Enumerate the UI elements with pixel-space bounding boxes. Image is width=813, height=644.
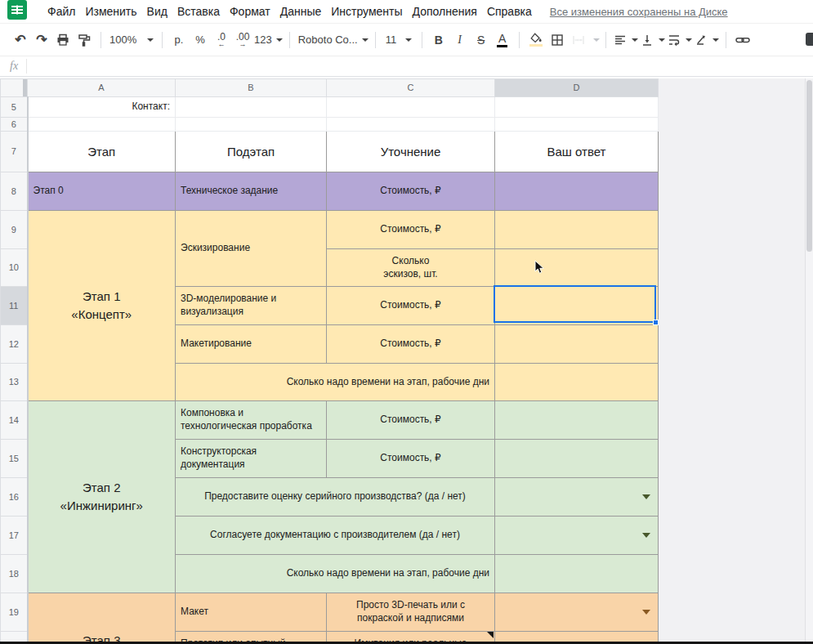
cell-d6[interactable] [495,118,659,132]
zoom-select[interactable]: 100% [108,29,155,51]
cell-d10[interactable] [495,249,659,287]
cell-b15-docs[interactable]: Конструкторская документация [176,440,327,478]
cell-d18[interactable] [495,555,659,593]
cell-d19-dropdown[interactable] [495,593,659,632]
cell-b13-time-question[interactable]: Сколько надо времени на этап, рабочие дн… [176,364,495,401]
cell-a7-header-stage[interactable]: Этап [28,132,176,172]
cell-a5-contact[interactable]: Контакт: [28,97,176,118]
row-header-18[interactable]: 18 [1,555,28,593]
row-header-5[interactable]: 5 [1,97,28,118]
fill-handle[interactable] [653,320,659,325]
font-size-select[interactable]: 11 [382,29,415,51]
validation-dropdown-icon[interactable] [642,533,650,538]
cell-a19-stage3[interactable]: Этап 3 [28,593,176,644]
menu-view[interactable]: Вид [147,5,168,18]
comment-button[interactable] [806,33,813,46]
vertical-align-button[interactable] [640,29,665,51]
cell-c10-sketch-count[interactable]: Сколько эскизов, шт. [327,249,495,287]
cell-d7-header-answer[interactable]: Ваш ответ [495,132,659,172]
validation-dropdown-icon[interactable] [642,610,650,615]
cell-c14-cost[interactable]: Стоимость, ₽ [327,401,495,440]
cell-b12-mocking[interactable]: Макетирование [176,325,327,364]
text-color-button[interactable]: A [493,29,512,51]
cell-b16-serial-question[interactable]: Предоставите оценку серийного производст… [176,478,495,517]
sheets-logo-icon[interactable] [7,0,28,20]
fill-color-button[interactable] [526,29,546,51]
insert-link-button[interactable] [733,29,753,51]
col-header-b[interactable]: B [176,79,327,97]
borders-button[interactable] [547,29,567,51]
merge-cells-button[interactable] [569,29,588,51]
menu-edit[interactable]: Изменить [85,5,136,18]
cell-d16-dropdown[interactable] [495,478,659,517]
save-status-link[interactable]: Все изменения сохранены на Диске [550,6,728,18]
print-button[interactable] [53,29,73,51]
col-header-c[interactable]: C [327,79,495,97]
row-header-19[interactable]: 19 [1,593,28,632]
cell-b19-mock[interactable]: Макет [176,593,327,632]
row-header-6[interactable]: 6 [1,118,28,132]
row-header-13[interactable]: 13 [1,364,28,401]
cell-d12[interactable] [495,325,659,364]
cell-c12-cost[interactable]: Стоимость, ₽ [327,325,495,364]
cell-c11-cost[interactable]: Стоимость, ₽ [327,287,495,325]
cell-b14-layout[interactable]: Компоновка и технологическая проработка [176,401,327,440]
row-header-11-selected[interactable]: 11 [1,287,28,325]
cell-b17-approve-question[interactable]: Согласуете документацию с производителем… [176,517,495,555]
cell-c15-cost[interactable]: Стоимость, ₽ [327,440,495,478]
cell-b5[interactable] [176,97,327,118]
cell-b11-modeling[interactable]: 3D-моделирование и визуализация [176,287,327,325]
cell-b8-tech-task[interactable]: Техническое задание [176,172,327,211]
cell-b6[interactable] [176,118,327,132]
bold-button[interactable]: B [429,29,449,51]
formula-input[interactable] [27,56,813,76]
row-header-12[interactable]: 12 [1,325,28,364]
row-header-10[interactable]: 10 [1,249,28,287]
paint-format-button[interactable] [74,29,94,51]
scrollbar-thumb[interactable] [806,80,812,252]
cell-d15[interactable] [495,440,659,478]
number-format-button[interactable]: 123 [254,29,283,51]
strikethrough-button[interactable]: S [471,29,491,51]
merge-dropdown-icon[interactable] [593,38,600,42]
vertical-scrollbar[interactable] [805,78,813,644]
redo-button[interactable]: ↷ [32,29,51,51]
font-select[interactable]: Roboto Co... [297,29,369,51]
menu-tools[interactable]: Инструменты [331,5,402,18]
horizontal-align-button[interactable] [613,29,638,51]
row-header-14[interactable]: 14 [1,401,28,440]
cell-d9[interactable] [495,211,659,249]
menu-format[interactable]: Формат [230,5,270,18]
cell-c9-cost[interactable]: Стоимость, ₽ [327,211,495,249]
cell-b18-time-question[interactable]: Сколько надо времени на этап, рабочие дн… [176,555,495,593]
menu-file[interactable]: Файл [47,5,75,18]
col-header-d-selected[interactable]: D [495,79,659,97]
text-wrap-button[interactable] [667,29,692,51]
row-header-15[interactable]: 15 [1,440,28,478]
row-header-17[interactable]: 17 [1,517,28,555]
cell-d14[interactable] [495,401,659,440]
currency-format-button[interactable]: р. [169,29,189,51]
cell-a9-stage1[interactable]: Этап 1 «Концепт» [28,211,176,401]
menu-help[interactable]: Справка [487,5,532,18]
menu-insert[interactable]: Вставка [177,5,220,18]
increase-decimal-button[interactable]: .00→ [233,29,252,51]
col-header-a[interactable]: A [28,79,176,97]
row-header-9[interactable]: 9 [1,211,28,249]
cell-a6[interactable] [28,118,176,132]
cell-a8-stage0[interactable]: Этап 0 [28,172,176,211]
row-header-8[interactable]: 8 [1,172,28,211]
cell-d5[interactable] [495,97,659,118]
row-header-7[interactable]: 7 [1,132,28,172]
cell-c6[interactable] [327,118,495,132]
cell-c5[interactable] [327,97,495,118]
row-header-16[interactable]: 16 [1,478,28,517]
cell-d8[interactable] [495,172,659,211]
decrease-decimal-button[interactable]: .0← [212,29,231,51]
cell-a14-stage2[interactable]: Этап 2 «Инжиниринг» [28,401,176,593]
cell-c19-mock-clarification[interactable]: Просто 3D-печать или с покраской и надпи… [327,593,495,632]
menu-addons[interactable]: Дополнения [413,5,477,18]
percent-format-button[interactable]: % [190,29,210,51]
cell-d17-dropdown[interactable] [495,517,659,555]
menu-data[interactable]: Данные [280,5,322,18]
